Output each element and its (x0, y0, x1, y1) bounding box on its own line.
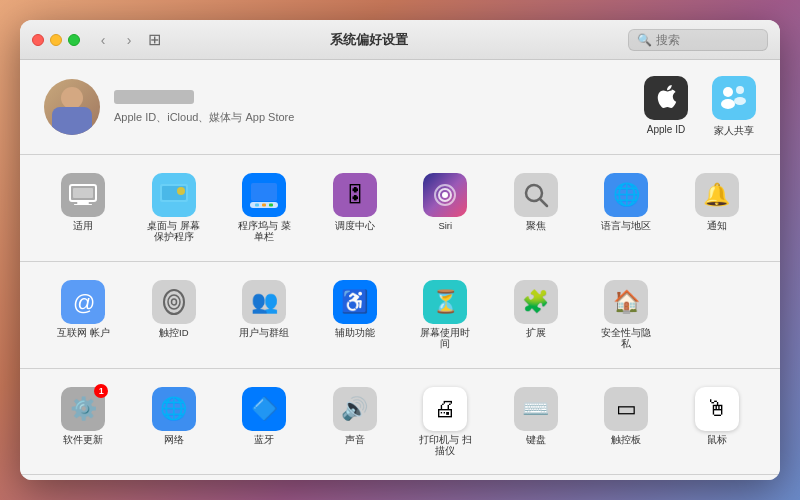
icon-item-software-update[interactable]: ⚙️1软件更新 (40, 381, 127, 463)
icon-box-language: 🌐 (604, 173, 648, 217)
svg-point-3 (736, 86, 744, 94)
apple-id-icon (644, 76, 688, 120)
icon-item-language[interactable]: 🌐语言与地区 (583, 167, 670, 249)
search-bar[interactable]: 🔍 (628, 29, 768, 51)
icon-grid-1: @互联网 帐户触控ID👥用户与群组♿辅助功能⏳屏幕使用时间🧩扩展🏠安全性与隐私 (40, 274, 760, 356)
profile-name (114, 90, 294, 107)
icon-label-extensions: 扩展 (526, 327, 546, 338)
icon-box-touch-id (152, 280, 196, 324)
icon-box-mouse: 🖱 (695, 387, 739, 431)
icon-label-mission-control: 调度中心 (335, 220, 375, 231)
icon-box-trackpad: ▭ (604, 387, 648, 431)
icon-label-language: 语言与地区 (601, 220, 651, 231)
traffic-lights (32, 34, 80, 46)
icon-label-screen-time: 屏幕使用时间 (417, 327, 473, 350)
svg-point-12 (177, 187, 185, 195)
icon-item-siri[interactable]: Siri (402, 167, 489, 249)
profile-info: Apple ID、iCloud、媒体与 App Store (114, 90, 294, 125)
svg-rect-6 (73, 188, 93, 198)
icon-label-trackpad: 触控板 (611, 434, 641, 445)
icon-box-sound: 🔊 (333, 387, 377, 431)
icon-item-desktop[interactable]: 桌面与 屏幕保护程序 (131, 167, 218, 249)
icon-label-users: 用户与群组 (239, 327, 289, 338)
icon-item-printers[interactable]: 🖨打印机与 扫描仪 (402, 381, 489, 463)
family-sharing-icon (712, 76, 756, 120)
svg-point-1 (723, 87, 733, 97)
icon-box-desktop (152, 173, 196, 217)
icon-item-screen-time[interactable]: ⏳屏幕使用时间 (402, 274, 489, 356)
icon-item-internet[interactable]: @互联网 帐户 (40, 274, 127, 356)
icon-label-network: 网络 (164, 434, 184, 445)
svg-point-24 (164, 290, 184, 314)
icon-item-trackpad[interactable]: ▭触控板 (583, 381, 670, 463)
icon-item-users[interactable]: 👥用户与群组 (221, 274, 308, 356)
icon-item-security[interactable]: 🏠安全性与隐私 (583, 274, 670, 356)
grid-section-0: 适用桌面与 屏幕保护程序程序坞与 菜单栏🎛调度中心Siri聚焦🌐语言与地区🔔通知 (20, 155, 780, 262)
svg-point-20 (442, 192, 448, 198)
icon-label-spotlight: 聚焦 (526, 220, 546, 231)
icon-label-security: 安全性与隐私 (598, 327, 654, 350)
icon-box-notifications: 🔔 (695, 173, 739, 217)
icon-item-notifications[interactable]: 🔔通知 (674, 167, 761, 249)
titlebar: ‹ › ⊞ 系统偏好设置 🔍 (20, 20, 780, 60)
minimize-button[interactable] (50, 34, 62, 46)
icon-box-siri (423, 173, 467, 217)
icon-item-sound[interactable]: 🔊声音 (312, 381, 399, 463)
icon-item-accessibility[interactable]: ♿辅助功能 (312, 274, 399, 356)
family-sharing-action[interactable]: 家人共享 (712, 76, 756, 138)
svg-line-22 (540, 199, 547, 206)
icon-item-mission-control[interactable]: 🎛调度中心 (312, 167, 399, 249)
icon-item-touch-id[interactable]: 触控ID (131, 274, 218, 356)
icon-label-touch-id: 触控ID (159, 327, 189, 338)
svg-rect-8 (74, 204, 92, 205)
icon-box-network: 🌐 (152, 387, 196, 431)
icon-box-extensions: 🧩 (514, 280, 558, 324)
maximize-button[interactable] (68, 34, 80, 46)
icon-grid-2: ⚙️1软件更新🌐网络🔷蓝牙🔊声音🖨打印机与 扫描仪⌨️键盘▭触控板🖱鼠标 (40, 381, 760, 463)
close-button[interactable] (32, 34, 44, 46)
profile-actions: Apple ID 家人共享 (644, 76, 756, 138)
icon-sections: 适用桌面与 屏幕保护程序程序坞与 菜单栏🎛调度中心Siri聚焦🌐语言与地区🔔通知… (20, 155, 780, 480)
icon-box-printers: 🖨 (423, 387, 467, 431)
icon-label-internet: 互联网 帐户 (57, 327, 110, 338)
icon-label-notifications: 通知 (707, 220, 727, 231)
icon-box-bluetooth: 🔷 (242, 387, 286, 431)
svg-rect-0 (712, 76, 756, 120)
apple-id-action[interactable]: Apple ID (644, 76, 688, 138)
svg-point-4 (734, 97, 746, 105)
icon-grid-0: 适用桌面与 屏幕保护程序程序坞与 菜单栏🎛调度中心Siri聚焦🌐语言与地区🔔通知 (40, 167, 760, 249)
icon-item-spotlight[interactable]: 聚焦 (493, 167, 580, 249)
content-area: Apple ID、iCloud、媒体与 App Store Apple ID (20, 60, 780, 480)
icon-item-dock[interactable]: 程序坞与 菜单栏 (221, 167, 308, 249)
avatar[interactable] (44, 79, 100, 135)
svg-point-26 (171, 299, 176, 305)
badge-software-update: 1 (94, 384, 108, 398)
main-window: ‹ › ⊞ 系统偏好设置 🔍 (20, 20, 780, 480)
icon-label-sound: 声音 (345, 434, 365, 445)
window-title: 系统偏好设置 (109, 31, 628, 49)
family-sharing-label: 家人共享 (714, 124, 754, 138)
search-input[interactable] (656, 33, 766, 47)
icon-item-network[interactable]: 🌐网络 (131, 381, 218, 463)
icon-item-general[interactable]: 适用 (40, 167, 127, 249)
icon-box-software-update: ⚙️1 (61, 387, 105, 431)
icon-item-keyboard[interactable]: ⌨️键盘 (493, 381, 580, 463)
svg-rect-13 (251, 183, 277, 201)
icon-box-security: 🏠 (604, 280, 648, 324)
svg-rect-15 (255, 204, 259, 207)
icon-item-empty1 (674, 274, 761, 356)
icon-label-general: 适用 (73, 220, 93, 231)
search-icon: 🔍 (637, 33, 652, 47)
icon-item-mouse[interactable]: 🖱鼠标 (674, 381, 761, 463)
icon-box-screen-time: ⏳ (423, 280, 467, 324)
icon-box-mission-control: 🎛 (333, 173, 377, 217)
icon-box-spotlight (514, 173, 558, 217)
icon-box-internet: @ (61, 280, 105, 324)
svg-rect-7 (77, 202, 89, 204)
icon-item-extensions[interactable]: 🧩扩展 (493, 274, 580, 356)
apple-id-label: Apple ID (647, 124, 685, 135)
profile-left: Apple ID、iCloud、媒体与 App Store (44, 79, 294, 135)
svg-rect-11 (169, 203, 179, 205)
svg-point-25 (168, 295, 180, 309)
icon-item-bluetooth[interactable]: 🔷蓝牙 (221, 381, 308, 463)
